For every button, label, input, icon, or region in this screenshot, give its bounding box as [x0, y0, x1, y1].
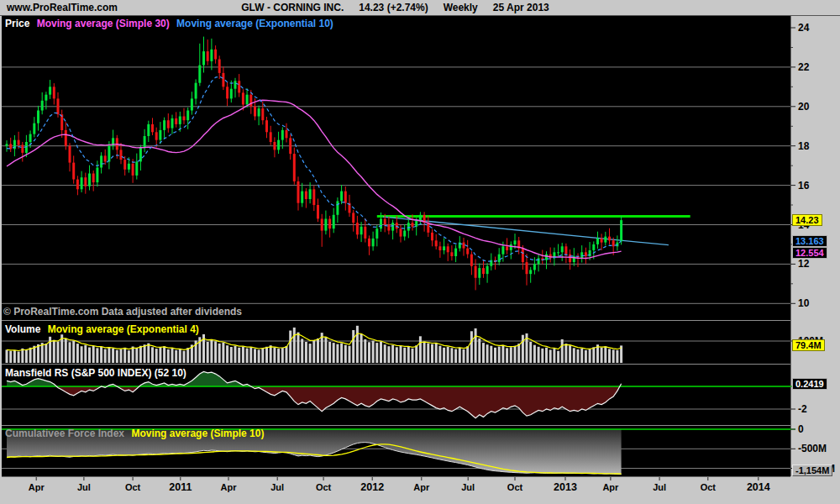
- price-axis-label: 18: [798, 140, 810, 152]
- cfi-axis-label: -500M: [798, 443, 827, 454]
- timeframe-label: Weekly: [444, 2, 478, 13]
- copyright-notice: © ProRealTime.com Data adjusted after di…: [3, 306, 242, 318]
- time-axis-label: Apr: [221, 482, 238, 492]
- volume-value-badge: 79.4M: [792, 339, 825, 351]
- volume-panel-header: Volume Moving average (Exponential 4): [5, 323, 203, 335]
- time-axis-label: 2014: [747, 481, 770, 493]
- last-price-badge: 14.23: [792, 214, 822, 226]
- time-axis-label: Oct: [125, 482, 141, 492]
- price-axis-label: 12: [798, 258, 810, 270]
- price-panel-header: Price Moving average (Simple 30) Moving …: [5, 18, 338, 29]
- time-axis-label: Oct: [316, 482, 332, 492]
- time-axis-label: Jul: [77, 482, 91, 492]
- price-label: Price: [5, 18, 29, 29]
- cfi-panel-header: Cumulativee Force Index Moving average (…: [5, 428, 268, 439]
- time-axis-label: Jul: [270, 482, 284, 492]
- time-axis-label: Apr: [29, 482, 45, 492]
- quote-date: 25 Apr 2013: [493, 2, 549, 13]
- mansfield-label: Mansfield RS (S&P 500 INDEX) (52 10): [5, 367, 186, 379]
- ema10-legend[interactable]: Moving average (Exponential 10): [176, 18, 333, 29]
- time-axis-label: Apr: [413, 482, 430, 492]
- mansfield-axis-label: -2: [798, 403, 807, 415]
- time-axis-label: Oct: [507, 482, 523, 492]
- mansfield-panel-header: Mansfield RS (S&P 500 INDEX) (52 10): [5, 367, 191, 379]
- time-axis-label: Jul: [653, 482, 666, 492]
- cfi-value-badge: -1,154M: [792, 465, 832, 476]
- sma30-legend[interactable]: Moving average (Simple 30): [37, 18, 170, 29]
- time-axis-label: Jul: [461, 482, 475, 492]
- time-axis-label: Oct: [701, 482, 717, 492]
- instrument-title: GLW - CORNING INC.14.23 (+2.74%)Weekly25…: [0, 2, 790, 13]
- volume-label: Volume: [5, 323, 40, 335]
- price-axis-label: 24: [798, 22, 810, 34]
- instrument-name: GLW - CORNING INC.: [241, 2, 344, 13]
- cfi-axis-label: 0: [798, 423, 804, 435]
- instrument-quote: 14.23 (+2.74%): [359, 2, 428, 13]
- mansfield-value-badge: 0.2419: [792, 378, 827, 390]
- price-axis-label: 16: [798, 180, 810, 192]
- prorealtime-chart-window: 2422201816141210100M-20-500M-1,000MAprJu…: [0, 0, 840, 504]
- price-axis-label: 20: [798, 101, 810, 113]
- time-axis-label: Apr: [602, 482, 619, 492]
- time-axis-label: 2012: [360, 481, 384, 493]
- price-axis-label: 10: [798, 297, 810, 309]
- chart-background: [2, 16, 790, 476]
- price-axis-label: 22: [798, 61, 810, 73]
- ema10-value-badge: 13.163: [792, 235, 827, 247]
- time-axis-label: 2013: [554, 481, 577, 493]
- cfi-ma-legend[interactable]: Moving average (Simple 10): [131, 428, 264, 439]
- time-axis-label: 2011: [169, 481, 192, 493]
- cfi-label: Cumulativee Force Index: [5, 428, 124, 439]
- sma30-value-badge: 12.554: [792, 247, 827, 259]
- volume-ema-legend[interactable]: Moving average (Exponential 4): [48, 323, 199, 335]
